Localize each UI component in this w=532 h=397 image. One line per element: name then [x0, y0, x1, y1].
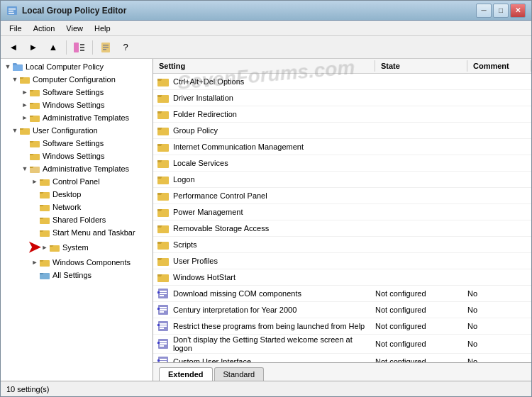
- item-comment: No: [467, 306, 531, 314]
- tree-item-root[interactable]: ▼ Local Computer Policy: [1, 60, 153, 73]
- tree-item-sw-settings-cc[interactable]: ► Software Settings: [1, 86, 153, 99]
- list-item[interactable]: Restrict these programs from being launc…: [153, 318, 531, 335]
- svg-rect-51: [157, 308, 160, 310]
- expander-uc[interactable]: ▼: [11, 126, 19, 135]
- item-comment: No: [467, 322, 531, 330]
- list-item[interactable]: Driver Installation: [153, 90, 531, 106]
- list-item[interactable]: Century interpretation for Year 2000 Not…: [153, 302, 531, 318]
- help-button[interactable]: ?: [117, 39, 134, 56]
- exp-admin-uc[interactable]: ▼: [21, 164, 29, 173]
- list-item[interactable]: Don't display the Getting Started welcom…: [153, 335, 531, 354]
- tree-item-shared-folders[interactable]: ► Shared Folders: [1, 213, 153, 226]
- folder-icon: [156, 254, 170, 268]
- tree-item-desktop[interactable]: ► Desktop: [1, 188, 153, 201]
- toolbar-sep-1: [66, 40, 67, 55]
- menu-file[interactable]: File: [4, 23, 28, 34]
- desktop-label: Desktop: [52, 190, 81, 198]
- tree-item-win-settings-uc[interactable]: ► Windows Settings: [1, 150, 153, 162]
- up-button[interactable]: ▲: [45, 39, 62, 56]
- tree-item-system[interactable]: ➤ ► System: [1, 239, 153, 256]
- list-item[interactable]: Removable Storage Access: [153, 220, 531, 237]
- toolbar-sep-2: [92, 40, 93, 55]
- list-item[interactable]: Performance Control Panel: [153, 188, 531, 204]
- tree-item-control-panel[interactable]: ► Control Panel: [1, 175, 153, 188]
- tree-item-sw-settings-uc[interactable]: ► Software Settings: [1, 137, 153, 150]
- exp-admin-cc[interactable]: ►: [21, 113, 29, 122]
- list-item[interactable]: Locale Services: [153, 155, 531, 172]
- list-item[interactable]: Power Management: [153, 204, 531, 220]
- svg-rect-54: [160, 325, 167, 327]
- tree-item-win-settings-cc[interactable]: ► Windows Settings: [1, 99, 153, 111]
- col-header-state[interactable]: State: [375, 60, 467, 72]
- list-item[interactable]: Logon: [153, 172, 531, 188]
- item-name: Windows HotStart: [173, 273, 375, 281]
- minimize-button[interactable]: ─: [476, 4, 492, 18]
- sw-settings-cc-label: Software Settings: [43, 88, 104, 96]
- exp-win-cc[interactable]: ►: [21, 101, 29, 109]
- expander-root[interactable]: ▼: [4, 62, 12, 71]
- folder-icon: [156, 123, 170, 138]
- win-settings-uc-label: Windows Settings: [43, 152, 104, 160]
- svg-rect-5: [80, 44, 84, 45]
- exp-cp[interactable]: ►: [31, 177, 39, 186]
- list-item[interactable]: Group Policy: [153, 123, 531, 139]
- svg-rect-63: [160, 359, 167, 360]
- list-item[interactable]: Internet Communication Management: [153, 139, 531, 155]
- policy-icon: [156, 337, 170, 351]
- policy-icon: [156, 319, 170, 333]
- policy-icon: [156, 354, 170, 362]
- tree-item-user-config[interactable]: ▼ User Configuration: [1, 124, 153, 137]
- svg-rect-46: [157, 291, 160, 293]
- tree-item-admin-templates-uc[interactable]: ▼ Administrative Templates: [1, 162, 153, 175]
- folder-icon: [156, 91, 170, 105]
- exp-system[interactable]: ►: [40, 243, 49, 252]
- tree-item-windows-components[interactable]: ► Windows Components: [1, 256, 153, 269]
- exp-wc[interactable]: ►: [31, 258, 39, 267]
- forward-button[interactable]: ►: [25, 39, 42, 56]
- tree-item-computer-config[interactable]: ▼ Computer Configuration: [1, 73, 153, 86]
- tree-item-admin-templates-cc[interactable]: ► Administrative Templates: [1, 111, 153, 124]
- control-panel-icon: [39, 176, 50, 187]
- back-button[interactable]: ◄: [5, 39, 22, 56]
- tabs-bar: Extended Standard: [153, 362, 531, 381]
- svg-rect-1: [9, 9, 16, 10]
- menu-action[interactable]: Action: [28, 23, 61, 34]
- app-icon: [6, 5, 18, 16]
- window-title: Local Group Policy Editor: [22, 6, 476, 16]
- list-item[interactable]: Scripts: [153, 237, 531, 253]
- exp-sw-cc[interactable]: ►: [21, 88, 29, 96]
- maximize-button[interactable]: □: [493, 4, 509, 18]
- list-item[interactable]: Folder Redirection: [153, 106, 531, 123]
- item-state: Not configured: [375, 357, 467, 362]
- close-button[interactable]: ✕: [510, 4, 526, 18]
- properties-button[interactable]: [97, 39, 114, 56]
- tab-standard[interactable]: Standard: [214, 367, 265, 381]
- folder-icon: [156, 107, 170, 121]
- list-item[interactable]: User Profiles: [153, 253, 531, 269]
- svg-rect-60: [160, 345, 164, 347]
- show-hide-button[interactable]: [71, 39, 88, 56]
- root-icon: [12, 61, 23, 72]
- tab-extended[interactable]: Extended: [159, 367, 213, 381]
- control-panel-label: Control Panel: [52, 177, 100, 186]
- list-item[interactable]: Ctrl+Alt+Del Options: [153, 74, 531, 90]
- menu-view[interactable]: View: [60, 23, 89, 34]
- tree-item-all-settings[interactable]: ► All Settings: [1, 269, 153, 281]
- network-label: Network: [52, 203, 81, 211]
- menu-help[interactable]: Help: [89, 23, 116, 34]
- item-name: Download missing COM components: [173, 289, 375, 298]
- svg-rect-2: [9, 11, 13, 12]
- svg-rect-53: [160, 323, 167, 325]
- list-item[interactable]: Custom User Interface Not configured No: [153, 354, 531, 362]
- col-header-setting[interactable]: Setting: [153, 60, 375, 72]
- admin-templates-cc-icon: [29, 112, 40, 123]
- list-item[interactable]: Download missing COM components Not conf…: [153, 286, 531, 302]
- col-header-comment[interactable]: Comment: [467, 60, 531, 72]
- tree-item-network[interactable]: ► Network: [1, 201, 153, 213]
- svg-rect-66: [157, 359, 160, 362]
- item-comment: No: [467, 289, 531, 298]
- list-item[interactable]: Windows HotStart: [153, 269, 531, 286]
- tree-item-start-menu[interactable]: ► Start Menu and Taskbar: [1, 226, 153, 239]
- expander-cc[interactable]: ▼: [11, 75, 19, 84]
- all-settings-icon: [39, 269, 50, 281]
